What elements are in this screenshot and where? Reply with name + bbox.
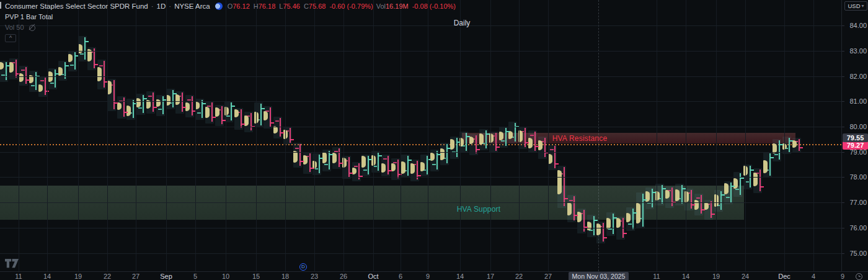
price-axis-label: 81.00 [842, 97, 867, 105]
v-gridline [519, 0, 520, 271]
symbol-legend-row[interactable]: Consumer Staples Select Sector SPDR Fund… [5, 2, 456, 10]
h-gridline [0, 51, 841, 52]
v-gridline [686, 0, 686, 271]
candle-range-box [587, 215, 596, 237]
indicator-pvp-label[interactable]: PVP 1 Bar Total [5, 13, 53, 20]
chart-legend: Consumer Staples Select Sector SPDR Fund… [5, 2, 456, 42]
candle-range-box [508, 122, 517, 144]
h-gridline [0, 152, 841, 153]
time-axis-label: 23 [304, 273, 325, 280]
candle-range-box [381, 155, 390, 177]
volume-change: -0.08 (-0.10%) [412, 2, 456, 10]
candle-range-box [273, 117, 282, 139]
candle-range-box [459, 132, 468, 152]
last-price-line [0, 144, 841, 145]
candle-range-box [430, 150, 439, 172]
v-gridline [490, 0, 491, 271]
time-axis-label: 11 [646, 273, 667, 280]
timeframe-label[interactable]: 1D [157, 2, 166, 10]
candle-range-box [0, 61, 8, 81]
candle-range-box [636, 192, 645, 228]
hva-support-label: HVA Support [423, 205, 534, 214]
open-label: O [228, 2, 233, 10]
candle-range-box [450, 137, 459, 159]
time-axis-label: 5 [185, 273, 206, 280]
candle-range-box [548, 145, 557, 171]
time-axis-label: 26 [333, 273, 354, 280]
candle-range-box [440, 143, 449, 165]
candle-range-box [107, 79, 116, 111]
candle-range-box [724, 181, 733, 205]
time-axis-label: 14 [450, 273, 471, 280]
time-axis-label: Dec [774, 273, 795, 280]
time-axis-label: Oct [363, 273, 384, 280]
candle-range-box [665, 186, 674, 209]
v-gridline [716, 0, 717, 271]
close-value: 75.68 [309, 2, 326, 10]
price-axis-label: 77.00 [842, 199, 867, 206]
edge-artifact [0, 2, 1, 9]
time-axis-label: 11 [8, 273, 29, 280]
candle-range-box [753, 168, 762, 193]
candle-range-box [645, 187, 654, 210]
candle-range-box [606, 212, 615, 236]
candle-range-box [29, 71, 38, 91]
candle-range-box [38, 76, 47, 97]
high-label: H [254, 2, 259, 10]
time-axis[interactable]: 94Dec241914112722171496Oct26231815105Sep… [0, 271, 868, 280]
price-axis-label: 82.00 [842, 73, 867, 80]
candle-range-box [763, 152, 772, 178]
candle-range-box [352, 162, 361, 181]
v-gridline [460, 0, 461, 271]
price-axis-label: 76.00 [842, 224, 867, 232]
low-value: 75.46 [283, 2, 300, 10]
hva-resistance-label: HVA Resistance [524, 134, 636, 143]
time-axis-label: 24 [735, 273, 756, 280]
time-axis-label: 10 [215, 273, 236, 280]
currency-label: USD [848, 2, 860, 9]
candle-range-box [156, 95, 165, 115]
price-axis[interactable]: 75.0076.0077.0078.0079.0080.0081.0082.00… [841, 0, 868, 271]
candle-range-box [146, 91, 155, 114]
candle-range-box [166, 89, 175, 109]
h-gridline [0, 177, 841, 178]
volume-label: Vol [376, 2, 386, 10]
candle-range-box [58, 61, 67, 80]
candle-range-box [479, 129, 488, 150]
legend-separator: · [169, 2, 171, 10]
clock-icon[interactable] [856, 273, 862, 280]
time-axis-label: 6 [390, 273, 411, 280]
symbol-title[interactable]: Consumer Staples Select Sector SPDR Fund [5, 2, 148, 10]
h-gridline [0, 202, 841, 203]
legend-collapse-button[interactable]: ^ [5, 34, 16, 42]
currency-selector[interactable]: USD ▾ [844, 1, 867, 11]
indicator-pvp-row[interactable]: PVP 1 Bar Total [5, 13, 456, 20]
time-axis-label: Sep [156, 273, 177, 280]
chevron-down-icon: ▾ [862, 3, 864, 9]
candle-range-box [773, 139, 781, 161]
candle-range-box [244, 112, 253, 132]
candle-range-box [293, 143, 302, 168]
indicator-vol-row[interactable]: Vol 50 [5, 24, 456, 31]
candle-range-box [175, 91, 184, 114]
candle-range-box [557, 166, 566, 208]
candle-range-box [410, 160, 419, 182]
v-gridline [657, 0, 657, 271]
change-value: -0.60 (-0.79%) [329, 2, 373, 10]
candle-range-box [97, 60, 106, 89]
indicator-vol-label[interactable]: Vol 50 [5, 24, 24, 31]
candle-range-box [332, 147, 341, 169]
price-axis-label: 83.00 [842, 47, 867, 55]
volume-values: Vol16.19M -0.08 (-0.10%) [376, 2, 456, 10]
candle-range-box [264, 106, 272, 129]
h-gridline [0, 76, 841, 77]
h-gridline [0, 101, 841, 102]
chart-pane[interactable]: Daily HVA Resistance HVA Support Consume… [0, 0, 841, 271]
candle-range-box [303, 152, 312, 174]
candle-range-box [136, 94, 145, 114]
tradingview-logo-icon[interactable] [5, 259, 20, 268]
eye-off-icon[interactable] [29, 24, 36, 30]
dividend-event-icon[interactable]: D [299, 263, 307, 271]
price-axis-label: 84.00 [842, 22, 867, 29]
candle-range-box [68, 51, 77, 71]
